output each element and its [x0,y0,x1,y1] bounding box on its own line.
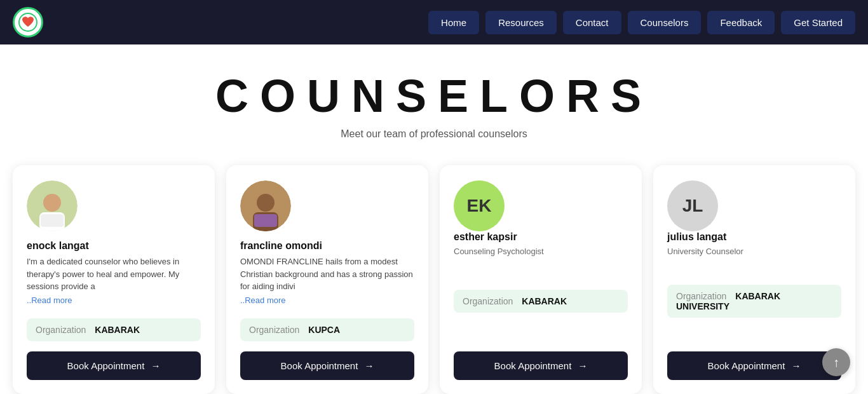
counselor-title-esther: Counseling Psychologist [454,247,544,256]
org-badge-julius: Organization KABARAK UNIVERSITY [667,285,841,318]
book-btn-francline[interactable]: Book Appointment → [240,351,414,380]
avatar-enock [27,180,78,231]
counselors-grid: enock langat I'm a dedicated counselor w… [0,153,868,394]
book-btn-julius[interactable]: Book Appointment → [667,351,841,380]
avatar-photo-francline [240,180,291,231]
svg-rect-8 [254,214,277,227]
org-value-enock: KABARAK [95,325,140,335]
counselor-name-enock: enock langat [27,240,89,252]
org-label-esther: Organization [463,296,513,306]
org-label-francline: Organization [249,325,299,335]
nav-links: Home Resources Contact Counselors Feedba… [428,11,855,34]
hero-section: COUNSELORS Meet our team of professional… [0,44,868,153]
org-value-francline: KUPCA [308,325,340,335]
org-badge-francline: Organization KUPCA [240,318,414,341]
counselor-card-francline: francline omondi OMONDI FRANCLINE hails … [226,165,428,394]
nav-resources[interactable]: Resources [485,11,557,34]
counselor-name-esther: esther kapsir [454,231,517,243]
counselor-card-enock: enock langat I'm a dedicated counselor w… [13,165,215,394]
read-more-enock[interactable]: ..Read more [27,294,201,307]
book-btn-enock[interactable]: Book Appointment → [27,351,201,380]
nav-contact[interactable]: Contact [563,11,621,34]
avatar-esther: EK [454,180,505,231]
nav-home[interactable]: Home [428,11,479,34]
nav-feedback[interactable]: Feedback [707,11,775,34]
counselor-bio-francline: OMONDI FRANCLINE hails from a modest Chr… [240,255,414,309]
counselor-name-julius: julius langat [667,231,726,243]
hero-subtitle: Meet our team of professional counselors [13,128,855,140]
org-label-julius: Organization [676,291,726,301]
book-btn-esther[interactable]: Book Appointment → [454,351,628,380]
org-badge-esther: Organization KABARAK [454,290,628,313]
read-more-francline[interactable]: ..Read more [240,294,414,307]
svg-rect-4 [41,214,64,227]
counselor-title-julius: University Counselor [667,247,743,256]
org-badge-enock: Organization KABARAK [27,318,201,341]
svg-point-3 [43,194,61,212]
scroll-top-icon: ↑ [833,355,839,370]
counselor-card-esther: EK esther kapsir Counseling Psychologist… [440,165,642,394]
avatar-francline [240,180,291,231]
logo[interactable] [13,7,43,37]
counselor-name-francline: francline omondi [240,240,322,252]
org-value-esther: KABARAK [522,296,567,306]
scroll-to-top-button[interactable]: ↑ [822,348,850,376]
nav-counselors[interactable]: Counselors [628,11,702,34]
org-label-enock: Organization [36,325,86,335]
counselor-bio-enock: I'm a dedicated counselor who believes i… [27,255,201,309]
avatar-julius: JL [667,180,718,231]
navbar: Home Resources Contact Counselors Feedba… [0,0,868,44]
avatar-photo-enock [27,180,78,231]
svg-point-7 [257,194,275,212]
page-title: COUNSELORS [13,70,855,122]
logo-icon [13,7,43,37]
nav-get-started[interactable]: Get Started [781,11,855,34]
